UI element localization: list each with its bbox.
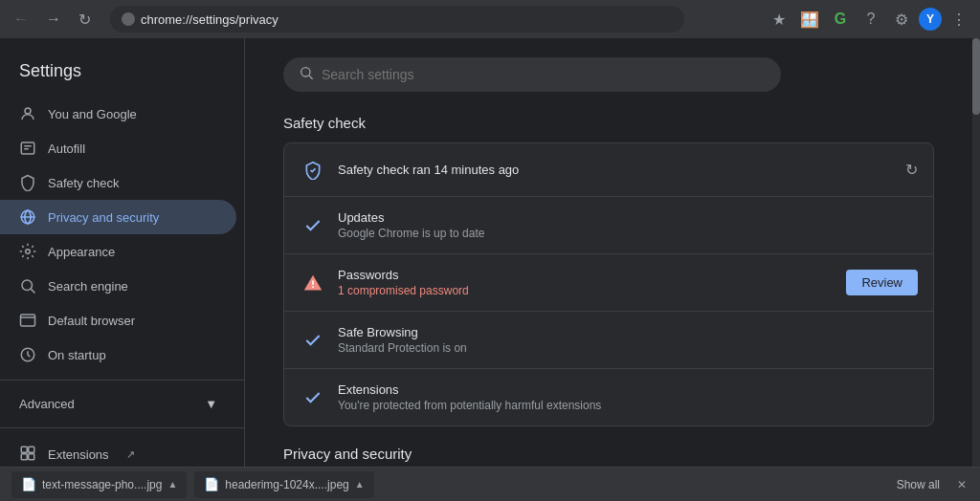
download-file-1[interactable]: 📄 text-message-pho....jpg ▲: [11, 471, 187, 498]
svg-point-0: [25, 108, 31, 114]
file-chevron-2: ▲: [355, 479, 365, 490]
file-icon-2: 📄: [204, 477, 219, 491]
svg-rect-9: [21, 315, 35, 326]
menu-button[interactable]: ⋮: [946, 6, 972, 33]
sidebar-item-safety-check[interactable]: Safety check: [0, 165, 236, 200]
file-name-2: headerimg-1024x....jpeg: [225, 478, 348, 491]
bottom-bar: 📄 text-message-pho....jpg ▲ 📄 headerimg-…: [0, 467, 980, 501]
search-bar[interactable]: [283, 57, 781, 92]
svg-rect-14: [21, 454, 27, 460]
close-downloads-button[interactable]: ✕: [955, 476, 969, 493]
safety-check-passwords-row[interactable]: Passwords 1 compromised password Review: [284, 254, 933, 312]
extensions-label: Extensions: [48, 447, 109, 462]
updates-title: Updates: [338, 210, 918, 225]
safety-check-safe-browsing-row[interactable]: Safe Browsing Standard Protection is on: [284, 312, 933, 369]
safety-check-reload-action: ↻: [905, 161, 918, 179]
autofill-icon: [19, 140, 36, 157]
safety-check-header-text: Safety check ran 14 minutes ago: [338, 163, 519, 177]
svg-point-7: [22, 280, 33, 291]
sidebar-item-default-browser[interactable]: Default browser: [0, 303, 236, 338]
address-bar: chrome://settings/privacy: [110, 6, 684, 33]
sidebar-item-label: Safety check: [48, 176, 119, 190]
reload-button[interactable]: ↻: [73, 7, 97, 33]
extensions-content: Extensions You're protected from potenti…: [338, 382, 918, 412]
sidebar-item-search-engine[interactable]: Search engine: [0, 269, 236, 303]
search-input[interactable]: [322, 67, 766, 82]
sidebar-divider: [0, 380, 244, 381]
svg-line-18: [309, 76, 313, 79]
extensions-check-icon: [300, 388, 326, 407]
sidebar-item-label: Privacy and security: [48, 210, 159, 225]
sidebar-item-label: Default browser: [48, 314, 135, 328]
safety-check-updates-row[interactable]: Updates Google Chrome is up to date: [284, 197, 933, 254]
sidebar-item-label: Autofill: [48, 142, 85, 156]
url-display: chrome://settings/privacy: [141, 12, 278, 27]
sidebar-item-extensions[interactable]: Extensions ↗: [0, 436, 236, 467]
search-icon: [299, 65, 314, 84]
safety-check-extensions-row[interactable]: Extensions You're protected from potenti…: [284, 369, 933, 425]
scroll-thumb[interactable]: [972, 38, 980, 115]
star-button[interactable]: ★: [766, 6, 792, 33]
passwords-warning-icon: [300, 273, 326, 293]
show-all-button[interactable]: Show all: [889, 474, 947, 495]
sidebar-item-privacy-security[interactable]: Privacy and security: [0, 200, 236, 234]
safety-check-title: Safety check: [283, 115, 934, 131]
url-suffix: /privacy: [235, 12, 278, 27]
privacy-icon: [19, 208, 36, 226]
sidebar-item-appearance[interactable]: Appearance: [0, 234, 236, 269]
review-button[interactable]: Review: [846, 270, 918, 295]
url-prefix: chrome://: [141, 12, 192, 27]
help-button[interactable]: ?: [858, 6, 884, 33]
top-bar: ← → ↻ chrome://settings/privacy ★ 🪟 G ? …: [0, 0, 980, 38]
download-file-2[interactable]: 📄 headerimg-1024x....jpeg ▲: [194, 471, 373, 498]
extensions-title: Extensions: [338, 382, 918, 397]
back-button[interactable]: ←: [8, 7, 34, 32]
sidebar-item-label: You and Google: [48, 107, 137, 121]
safe-browsing-title: Safe Browsing: [338, 325, 918, 339]
browser-icon: [19, 312, 36, 329]
extensions-puzzle-button[interactable]: ⚙: [888, 6, 915, 33]
svg-point-6: [26, 250, 31, 254]
shield-icon: [19, 174, 36, 191]
content-area: Safety check Safety check ran 14 minutes…: [245, 38, 972, 467]
sidebar: Settings You and Google Autofill Safety …: [0, 38, 245, 467]
safety-check-card: Safety check ran 14 minutes ago ↻ Update…: [283, 142, 934, 426]
sidebar-item-you-and-google[interactable]: You and Google: [0, 97, 236, 131]
safety-check-header-content: Safety check ran 14 minutes ago: [338, 163, 905, 177]
svg-point-20: [312, 286, 314, 288]
forward-button[interactable]: →: [40, 7, 67, 32]
startup-icon: [19, 346, 36, 363]
file-chevron-1: ▲: [167, 479, 177, 490]
sidebar-item-on-startup[interactable]: On startup: [0, 338, 236, 372]
reload-icon[interactable]: ↻: [905, 162, 918, 178]
sidebar-item-autofill[interactable]: Autofill: [0, 131, 236, 165]
appearance-icon: [19, 243, 36, 260]
top-bar-actions: ★ 🪟 G ? ⚙ Y ⋮: [766, 6, 972, 33]
updates-check-icon: [300, 216, 326, 235]
profile-g-button[interactable]: G: [827, 6, 854, 33]
updates-content: Updates Google Chrome is up to date: [338, 210, 918, 240]
external-link-icon: ↗: [126, 448, 135, 461]
svg-rect-12: [21, 447, 27, 452]
chevron-down-icon: ▼: [205, 397, 217, 411]
svg-rect-15: [29, 454, 34, 460]
scrollbar[interactable]: [972, 38, 980, 467]
shield-check-icon: [300, 161, 326, 180]
safe-browsing-check-icon: [300, 331, 326, 350]
svg-rect-13: [29, 447, 34, 452]
search-icon: [19, 277, 36, 294]
safety-check-header-row: Safety check ran 14 minutes ago ↻: [284, 143, 933, 197]
safe-browsing-content: Safe Browsing Standard Protection is on: [338, 325, 918, 355]
extensions-icon: [19, 445, 36, 465]
passwords-review-action: Review: [846, 270, 918, 295]
extension-icon-button[interactable]: 🪟: [796, 6, 823, 33]
profile-button[interactable]: Y: [919, 8, 942, 31]
sidebar-divider-2: [0, 427, 244, 428]
sidebar-item-advanced[interactable]: Advanced ▼: [0, 388, 236, 420]
passwords-subtitle: 1 compromised password: [338, 284, 846, 297]
passwords-title: Passwords: [338, 268, 846, 282]
file-name-1: text-message-pho....jpg: [42, 478, 162, 491]
file-icon-1: 📄: [21, 477, 36, 491]
svg-line-8: [31, 289, 34, 293]
svg-point-17: [301, 68, 310, 76]
